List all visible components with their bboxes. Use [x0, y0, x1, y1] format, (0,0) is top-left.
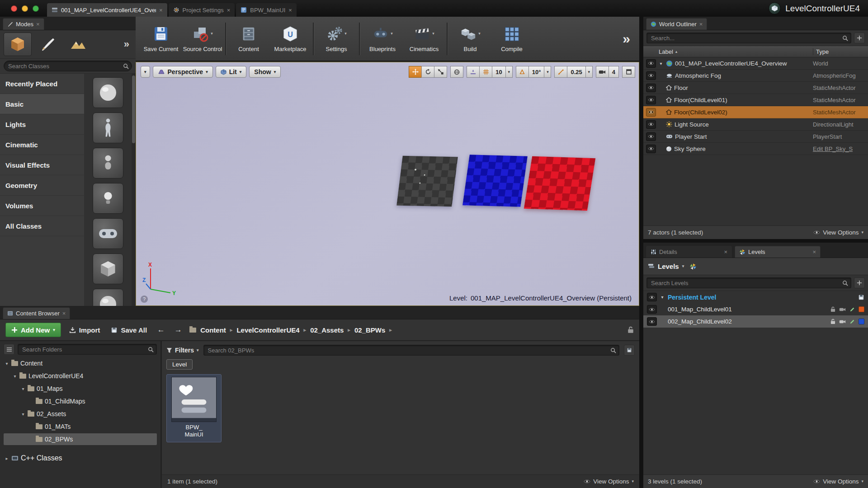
folder-01-childmaps[interactable]: 01_ChildMaps — [4, 395, 157, 407]
lock-content-browser-button[interactable] — [627, 326, 634, 333]
levels-menu-button[interactable]: Levels ▾ — [648, 263, 684, 270]
tab-project-settings[interactable]: Project Settings × — [169, 3, 235, 17]
viewport-options-button[interactable]: ▾ — [141, 66, 150, 78]
scale-tool-button[interactable] — [434, 66, 447, 78]
content-browser-tab[interactable]: Content Browser × — [3, 307, 70, 319]
sources-toggle-button[interactable] — [4, 344, 14, 355]
world-outliner-tab[interactable]: World Outliner × — [646, 18, 707, 30]
close-tab-icon[interactable]: × — [227, 7, 231, 13]
close-panel-icon[interactable]: × — [812, 249, 816, 255]
search-levels-input[interactable] — [646, 277, 851, 288]
camera-speed-value[interactable]: 4 — [609, 66, 619, 78]
landscape-mode-button[interactable] — [64, 33, 92, 56]
level-row-childlevel02-selected[interactable]: 002_Map_ChildLevel02 — [643, 315, 868, 328]
visibility-toggle[interactable] — [646, 145, 656, 153]
category-recently-placed[interactable]: Recently Placed — [0, 74, 84, 94]
rotation-snap-button[interactable] — [516, 66, 529, 78]
minimize-window-button[interactable] — [22, 5, 28, 12]
rotate-tool-button[interactable] — [421, 66, 434, 78]
category-basic[interactable]: Basic — [0, 94, 84, 114]
help-button[interactable]: ? — [141, 296, 148, 303]
grid-snap-button[interactable] — [479, 66, 492, 78]
placeable-cube[interactable] — [93, 253, 123, 284]
show-button[interactable]: Show ▾ — [249, 66, 281, 78]
level-details-button[interactable] — [689, 263, 697, 270]
lock-icon[interactable] — [830, 306, 835, 312]
tab-map-overview[interactable]: 001_MAP_LevelControllerUE4_Overview × — [47, 3, 167, 17]
outliner-row-floor[interactable]: Floor StaticMeshActor — [643, 82, 868, 94]
outliner-row-atmospheric-fog[interactable]: Atmospheric Fog AtmosphericFog — [643, 70, 868, 82]
zoom-window-button[interactable] — [33, 5, 39, 12]
move-tool-button[interactable] — [409, 66, 422, 78]
scale-snap-value[interactable]: 0.25 — [567, 66, 585, 78]
scrollbar-thumb[interactable] — [132, 75, 135, 143]
blue-floor-tile[interactable] — [462, 155, 528, 206]
save-all-button[interactable]: Save All — [108, 323, 150, 337]
rotation-snap-dropdown[interactable]: ▾ — [544, 66, 551, 78]
search-outliner-input[interactable] — [646, 33, 851, 43]
expander-icon[interactable]: ▾ — [658, 61, 664, 66]
view-options-button[interactable]: View Options ▾ — [813, 229, 863, 236]
modes-panel-tab[interactable]: Modes × — [3, 18, 44, 30]
lock-icon[interactable] — [830, 319, 835, 324]
column-label[interactable]: Label ▴ — [643, 48, 813, 55]
visibility-toggle[interactable] — [646, 59, 656, 68]
scale-snap-button[interactable] — [554, 66, 567, 78]
cinematics-button[interactable]: ▾ Cinematics — [403, 19, 445, 59]
folder-01-mats[interactable]: 01_MATs — [4, 421, 157, 432]
close-panel-icon[interactable]: × — [62, 310, 66, 316]
breadcrumb-bpws[interactable]: 02_BPWs — [354, 326, 385, 334]
build-button[interactable]: ▾ Build — [449, 19, 491, 59]
surface-snap-button[interactable] — [467, 66, 480, 78]
expander-icon[interactable]: ▾ — [13, 374, 17, 379]
expander-icon[interactable]: ▸ — [5, 456, 9, 461]
grid-snap-dropdown[interactable]: ▾ — [505, 66, 513, 78]
save-level-icon[interactable] — [858, 294, 864, 300]
tab-bpw-mainui[interactable]: BPW_MainUI × — [236, 3, 297, 17]
expander-icon[interactable]: ▾ — [660, 295, 665, 300]
edit-blueprint-icon[interactable] — [849, 319, 855, 324]
placeable-point-light[interactable] — [93, 183, 123, 214]
close-panel-icon[interactable]: × — [699, 21, 703, 27]
outliner-row-light-source[interactable]: Light Source DirectionalLight — [643, 118, 868, 131]
toolbar-overflow-button[interactable]: » — [618, 31, 635, 47]
perspective-button[interactable]: Perspective ▾ — [153, 66, 213, 78]
compile-button[interactable]: Compile — [491, 19, 533, 59]
outliner-row-floor-child01[interactable]: Floor(ChildLevel01) StaticMeshActor — [643, 94, 868, 106]
rotation-snap-value[interactable]: 10° — [528, 66, 545, 78]
level-camera-icon[interactable] — [839, 319, 846, 324]
place-mode-button[interactable] — [4, 33, 32, 56]
folder-content[interactable]: ▾ Content — [4, 357, 157, 369]
outliner-row-floor-child02-selected[interactable]: Floor(ChildLevel02) StaticMeshActor — [643, 106, 868, 118]
save-search-button[interactable] — [624, 345, 635, 356]
column-type[interactable]: Type — [813, 48, 868, 55]
view-options-button[interactable]: View Options ▾ — [584, 478, 634, 485]
placeable-empty-pawn[interactable] — [93, 148, 123, 178]
breadcrumb-project[interactable]: LevelControllerUE4 — [236, 326, 299, 334]
world-local-toggle-button[interactable] — [450, 66, 463, 78]
outliner-row-world[interactable]: ▾ 001_MAP_LevelControllerUE4_Overview Wo… — [643, 57, 868, 70]
level-row-persistent[interactable]: ▾ Persistent Level — [643, 291, 868, 303]
paint-mode-button[interactable] — [34, 33, 62, 56]
visibility-toggle[interactable] — [646, 96, 656, 104]
back-button[interactable]: ← — [155, 324, 167, 335]
level-camera-icon[interactable] — [839, 307, 846, 312]
category-cinematic[interactable]: Cinematic — [0, 135, 84, 155]
grid-snap-value[interactable]: 10 — [492, 66, 505, 78]
level-row-childlevel01[interactable]: 001_Map_ChildLevel01 — [643, 303, 868, 315]
visibility-toggle[interactable] — [646, 120, 656, 129]
lit-button[interactable]: Lit ▾ — [216, 66, 247, 78]
import-button[interactable]: Import — [66, 323, 103, 337]
folder-02-assets[interactable]: ▾ 02_Assets — [4, 408, 157, 420]
breadcrumb-content[interactable]: Content — [200, 326, 226, 334]
more-modes-button[interactable]: » — [121, 38, 132, 50]
outliner-settings-button[interactable] — [854, 33, 865, 43]
red-floor-tile[interactable] — [524, 156, 595, 211]
placeable-player-start[interactable] — [93, 218, 123, 249]
visibility-toggle[interactable] — [646, 108, 656, 117]
outliner-row-player-start[interactable]: Player Start PlayerStart — [643, 131, 868, 143]
marketplace-button[interactable]: U Marketplace — [269, 19, 311, 59]
content-button[interactable]: Content — [228, 19, 269, 59]
search-assets-input[interactable] — [203, 345, 619, 356]
close-panel-icon[interactable]: × — [36, 21, 40, 27]
